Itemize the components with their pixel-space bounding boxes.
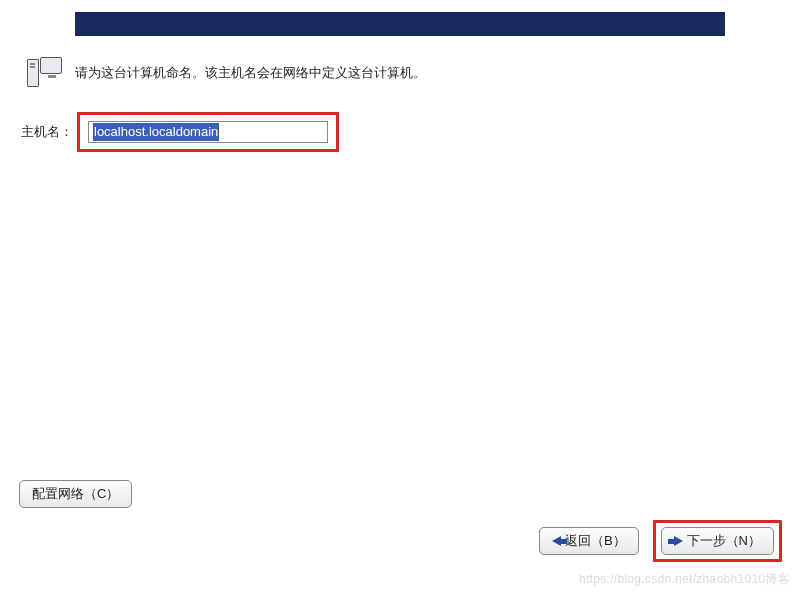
watermark: https://blog.csdn.net/zhaobh1010博客 <box>579 571 790 588</box>
navigation-bar: 返回（B） 下一步（N） <box>539 520 782 562</box>
configure-network-label: 配置网络（C） <box>32 485 119 503</box>
back-button[interactable]: 返回（B） <box>539 527 639 555</box>
back-label: 返回（B） <box>565 532 626 550</box>
next-label: 下一步（N） <box>687 532 761 550</box>
computer-network-icon <box>25 56 65 90</box>
hostname-label: 主机名： <box>21 123 73 141</box>
configure-network-button[interactable]: 配置网络（C） <box>19 480 132 508</box>
next-highlight: 下一步（N） <box>653 520 782 562</box>
info-text: 请为这台计算机命名。该主机名会在网络中定义这台计算机。 <box>75 64 426 82</box>
arrow-right-icon <box>674 536 683 546</box>
hostname-row: 主机名： localhost.localdomain <box>21 112 339 152</box>
arrow-left-icon <box>552 536 561 546</box>
hostname-input[interactable] <box>88 121 328 143</box>
info-row: 请为这台计算机命名。该主机名会在网络中定义这台计算机。 <box>25 56 426 90</box>
hostname-highlight: localhost.localdomain <box>77 112 339 152</box>
next-button[interactable]: 下一步（N） <box>661 527 774 555</box>
header-banner <box>75 12 725 36</box>
